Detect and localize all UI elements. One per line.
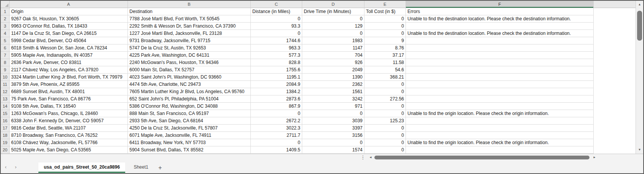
cell-b8[interactable]: 2240 McGowan's Pass, Houston, TX 94346	[128, 59, 251, 66]
cell-f12[interactable]	[406, 88, 594, 95]
cell-b18[interactable]: 6071 Maple Ave, Jacksonville, FL 74911	[128, 132, 251, 139]
cell-a17[interactable]: 9816 Cedar Blvd, Seattle, WA 21107	[10, 125, 128, 132]
cell-f20[interactable]	[406, 146, 594, 154]
cell-a11[interactable]: 3879 5th Ave, Phoenix, AZ 85955	[10, 81, 128, 88]
scroll-up-button[interactable]: ▲	[636, 2, 643, 8]
cell-f13[interactable]	[406, 95, 594, 103]
cell-e8[interactable]: 11.58	[364, 59, 406, 66]
cell-a18[interactable]: 8710 Broadway, San Francisco, CA 76252	[10, 132, 128, 139]
cell-c10[interactable]: 1195.1	[251, 74, 302, 81]
horizontal-scrollbar-thumb[interactable]	[374, 156, 589, 159]
row-header-3[interactable]: 3	[1, 23, 10, 30]
row-header-8[interactable]: 8	[1, 59, 10, 66]
cell-a10[interactable]: 3324 Martin Luther King Jr Blvd, Fort Wo…	[10, 74, 128, 81]
cell-b5[interactable]: 9731 Broadway, Jacksonville, FL 97715	[128, 37, 251, 44]
column-header-d[interactable]: D	[302, 1, 364, 8]
cell-d19[interactable]: 0	[302, 139, 364, 146]
cell-e18[interactable]: 0	[364, 132, 406, 139]
add-sheet-button[interactable]: +	[154, 164, 166, 173]
cell-e10[interactable]: 368.21	[364, 74, 406, 81]
cell-f14[interactable]	[406, 103, 594, 110]
cell-a5[interactable]: 5998 Cedar Blvd, Denver, CO 45064	[10, 37, 128, 44]
cell-f17[interactable]	[406, 125, 594, 132]
cell-a14[interactable]: 9108 5th Ave, Dallas, TX 16540	[10, 103, 128, 110]
cell-d7[interactable]: 704	[302, 52, 364, 59]
sheet-tab-sheet1[interactable]: Sheet1	[128, 163, 154, 173]
cell-b11[interactable]: 4474 5th Ave, Charlotte, NC 29473	[128, 81, 251, 88]
cell-a3[interactable]: 9963 O'Connor Rd, Dallas, TX 18433	[10, 23, 128, 30]
cell-b20[interactable]: 5904 Sunset Blvd, Dallas, TX 85582	[128, 146, 251, 154]
row-header-6[interactable]: 6	[1, 44, 10, 52]
cell-d1[interactable]: Drive Time (in Minutes)	[302, 8, 364, 15]
cell-c7[interactable]: 577.3	[251, 52, 302, 59]
cell-e16[interactable]: 125.23	[364, 117, 406, 125]
cell-d12[interactable]: 1561	[302, 88, 364, 95]
cell-b7[interactable]: 4225 Park Ave, Washington, DC 64131	[128, 52, 251, 59]
column-header-b[interactable]: B	[128, 1, 251, 8]
cell-f4[interactable]: Unable to find the destination location.…	[406, 30, 594, 37]
cell-b13[interactable]: 652 Saint John's Pl, Philadelphia, PA 51…	[128, 95, 251, 103]
cell-b14[interactable]: 5386 O'Connor Rd, Washington, DC 34088	[128, 103, 251, 110]
cell-f3[interactable]	[406, 23, 594, 30]
row-header-14[interactable]: 14	[1, 103, 10, 110]
row-header-10[interactable]: 10	[1, 74, 10, 81]
cell-d4[interactable]: 0	[302, 30, 364, 37]
cell-d5[interactable]: 1983	[302, 37, 364, 44]
cell-e2[interactable]: 0	[364, 15, 406, 23]
cell-a9[interactable]: 2117 Chávez Way, Los Angeles, CA 37920	[10, 66, 128, 74]
select-all-corner[interactable]	[1, 1, 10, 8]
cell-b1[interactable]: Destination	[128, 8, 251, 15]
row-header-4[interactable]: 4	[1, 30, 10, 37]
next-sheet-button[interactable]: ›	[11, 164, 21, 173]
cell-e3[interactable]: 0	[364, 23, 406, 30]
cell-d17[interactable]: 3397	[302, 125, 364, 132]
horizontal-scrollbar[interactable]: ◄ ►	[368, 155, 597, 160]
row-header-17[interactable]: 17	[1, 125, 10, 132]
cell-a13[interactable]: 75 Park Ave, San Francisco, CA 86776	[10, 95, 128, 103]
cell-c9[interactable]: 1755.6	[251, 66, 302, 74]
cell-d14[interactable]: 971	[302, 103, 364, 110]
cell-b15[interactable]: 888 Main St, San Francisco, CA 95197	[128, 110, 251, 117]
cell-b16[interactable]: 2933 5th Ave, San Diego, CA 68164	[128, 117, 251, 125]
cell-d8[interactable]: 926	[302, 59, 364, 66]
cell-c20[interactable]: 1409.5	[251, 146, 302, 154]
row-header-16[interactable]: 16	[1, 117, 10, 125]
vertical-ellipsis-icon[interactable]: ⋮	[360, 154, 366, 160]
cell-e20[interactable]: 0	[364, 146, 406, 154]
cell-c16[interactable]: 2672.2	[251, 117, 302, 125]
cell-a20[interactable]: 5025 Maple Ave, San Diego, CA 53565	[10, 146, 128, 154]
row-header-13[interactable]: 13	[1, 95, 10, 103]
cell-f10[interactable]	[406, 74, 594, 81]
cell-d13[interactable]: 3242	[302, 95, 364, 103]
cell-f11[interactable]	[406, 81, 594, 88]
vertical-scrollbar[interactable]: ▲ ▼	[636, 1, 643, 154]
cell-f1[interactable]: Errors	[406, 8, 594, 15]
column-header-a[interactable]: A	[10, 1, 128, 8]
cell-e4[interactable]: 0	[364, 30, 406, 37]
cell-c4[interactable]: 0	[251, 30, 302, 37]
cell-c12[interactable]: 1384.2	[251, 88, 302, 95]
cell-a16[interactable]: 6338 John F. Kennedy Dr, Denver, CO 5905…	[10, 117, 128, 125]
cell-d9[interactable]: 2049	[302, 66, 364, 74]
cell-d2[interactable]: 0	[302, 15, 364, 23]
scroll-left-button[interactable]: ◄	[368, 155, 373, 160]
row-header-12[interactable]: 12	[1, 88, 10, 95]
cell-b2[interactable]: 7788 José Martí Blvd, Fort Worth, TX 505…	[128, 15, 251, 23]
cell-d11[interactable]: 2362	[302, 81, 364, 88]
cell-c17[interactable]: 3022.3	[251, 125, 302, 132]
cell-f18[interactable]	[406, 132, 594, 139]
cell-f19[interactable]: Unable to find the origin location. Plea…	[406, 139, 594, 146]
row-header-19[interactable]: 19	[1, 139, 10, 146]
cell-d6[interactable]: 1147	[302, 44, 364, 52]
cell-f2[interactable]: Unable to find the destination location.…	[406, 15, 594, 23]
cell-b12[interactable]: 7605 Martin Luther King Jr Blvd, Los Ang…	[128, 88, 251, 95]
cell-d20[interactable]: 1574	[302, 146, 364, 154]
cell-e7[interactable]: 37.17	[364, 52, 406, 59]
cell-d16[interactable]: 3039	[302, 117, 364, 125]
cell-a6[interactable]: 6018 Smith & Wesson Dr, San Jose, CA 782…	[10, 44, 128, 52]
row-header-18[interactable]: 18	[1, 132, 10, 139]
cell-d18[interactable]: 3156	[302, 132, 364, 139]
scroll-down-button[interactable]: ▼	[636, 147, 643, 153]
cell-e19[interactable]: 0	[364, 139, 406, 146]
cell-e6[interactable]: 8.76	[364, 44, 406, 52]
